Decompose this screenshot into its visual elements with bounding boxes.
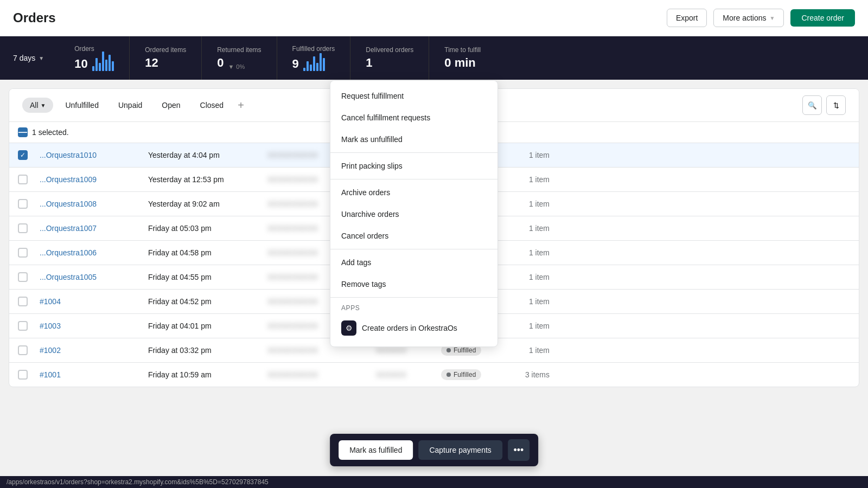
dropdown-item-add-tags[interactable]: Add tags <box>330 252 497 273</box>
order-customer-9: XXXXXXXXXX <box>267 346 376 355</box>
filter-tab-unfulfilled[interactable]: Unfulfilled <box>58 98 106 113</box>
sort-button[interactable]: ⇅ <box>826 95 846 115</box>
stat-fulfilled: Fulfilled orders 9 <box>277 36 351 80</box>
dropdown-item-unarchive[interactable]: Unarchive orders <box>330 203 497 225</box>
order-date-10: Friday at 10:59 am <box>148 370 267 379</box>
more-actions-button[interactable]: More actions ▼ <box>713 9 784 27</box>
filter-tab-unpaid[interactable]: Unpaid <box>111 98 150 113</box>
order-items-4: 1 item <box>506 224 550 233</box>
chevron-down-icon: ▼ <box>770 15 775 21</box>
stat-delivered-label: Delivered orders <box>366 46 413 54</box>
order-channel-9: XXXXXX <box>376 346 441 355</box>
stat-returned: Returned items 0 ▼ 0% <box>202 36 277 80</box>
more-actions-label: More actions <box>723 14 766 22</box>
order-name-6[interactable]: ...Orquestra1005 <box>40 273 148 281</box>
stat-ordered-value: 12 <box>145 56 186 70</box>
header-actions: Export More actions ▼ Create order <box>667 9 855 27</box>
dropdown-divider-1 <box>330 152 497 153</box>
row-checkbox-5[interactable] <box>18 248 28 258</box>
dropdown-item-cancel-fulfillment[interactable]: Cancel fulfillment requests <box>330 107 497 129</box>
stat-ordered-items: Ordered items 12 <box>130 36 202 80</box>
stat-orders-label: Orders <box>74 45 114 53</box>
time-filter-label: 7 days <box>13 54 35 62</box>
stat-fulfilled-label: Fulfilled orders <box>292 45 335 53</box>
order-items-1: 1 item <box>506 151 550 159</box>
row-checkbox-8[interactable] <box>18 321 28 331</box>
row-checkbox-2[interactable] <box>18 175 28 184</box>
export-button[interactable]: Export <box>667 9 707 27</box>
stat-ttf-value: 0 min <box>444 56 484 70</box>
row-checkbox-6[interactable] <box>18 272 28 282</box>
stats-bar: 7 days ▼ Orders 10 Ordered items 12 Retu… <box>0 36 868 80</box>
stat-ordered-label: Ordered items <box>145 46 186 54</box>
order-name-1[interactable]: ...Orquestra1010 <box>40 151 148 159</box>
page-header: Orders Export More actions ▼ Create orde… <box>0 0 868 36</box>
order-items-8: 1 item <box>506 322 550 330</box>
dropdown-item-request-fulfillment[interactable]: Request fulfillment <box>330 85 497 107</box>
search-filter-button[interactable]: 🔍 <box>802 95 822 115</box>
order-items-3: 1 item <box>506 200 550 208</box>
order-name-10[interactable]: #1001 <box>40 370 148 379</box>
order-date-1: Yesterday at 4:04 pm <box>148 151 267 159</box>
dropdown-divider-4 <box>330 297 497 298</box>
order-items-6: 1 item <box>506 273 550 281</box>
dropdown-item-remove-tags[interactable]: Remove tags <box>330 273 497 295</box>
order-date-9: Friday at 03:32 pm <box>148 346 267 355</box>
app-icon: ⚙ <box>341 320 356 336</box>
dropdown-apps-section-label: Apps <box>330 300 497 314</box>
sort-icon: ⇅ <box>833 101 839 110</box>
dropdown-item-mark-unfulfilled[interactable]: Mark as unfulfilled <box>330 129 497 150</box>
select-all-checkbox[interactable]: — <box>18 127 28 137</box>
row-checkbox-7[interactable] <box>18 297 28 306</box>
order-name-9[interactable]: #1002 <box>40 346 148 355</box>
order-date-8: Friday at 04:01 pm <box>148 322 267 330</box>
stat-delivered: Delivered orders 1 <box>350 36 429 80</box>
time-filter[interactable]: 7 days ▼ <box>13 54 59 62</box>
dropdown-item-create-orders-app[interactable]: ⚙ Create orders in OrkestraOs <box>330 314 497 342</box>
filter-tab-open[interactable]: Open <box>154 98 188 113</box>
fulfilled-chart <box>303 55 325 71</box>
row-checkbox-1[interactable]: ✓ <box>18 150 28 160</box>
order-customer-10: XXXXXXXXXX <box>267 370 376 379</box>
filter-tabs: All ▼ Unfulfilled Unpaid Open Closed + <box>22 98 246 113</box>
order-date-2: Yesterday at 12:53 pm <box>148 175 267 184</box>
stat-time-to-fulfill: Time to fulfill 0 min <box>429 36 500 80</box>
order-items-9: 1 item <box>506 346 550 355</box>
dropdown-divider-3 <box>330 249 497 249</box>
order-name-2[interactable]: ...Orquestra1009 <box>40 175 148 184</box>
dropdown-menu: Request fulfillment Cancel fulfillment r… <box>330 80 498 347</box>
order-name-5[interactable]: ...Orquestra1006 <box>40 248 148 257</box>
stat-returned-sub: ▼ 0% <box>228 63 245 70</box>
stat-returned-value: 0 <box>217 56 224 70</box>
order-items-7: 1 item <box>506 297 550 306</box>
filter-tab-closed[interactable]: Closed <box>193 98 232 113</box>
order-name-3[interactable]: ...Orquestra1008 <box>40 200 148 208</box>
orders-chart <box>92 55 114 71</box>
order-date-6: Friday at 04:55 pm <box>148 273 267 281</box>
order-name-8[interactable]: #1003 <box>40 322 148 330</box>
dropdown-divider-2 <box>330 179 497 179</box>
order-channel-10: XXXXXX <box>376 370 441 379</box>
order-items-5: 1 item <box>506 248 550 257</box>
add-filter-button[interactable]: + <box>235 99 246 112</box>
order-name-4[interactable]: ...Orquestra1007 <box>40 224 148 233</box>
order-items-2: 1 item <box>506 175 550 184</box>
stat-fulfilled-value: 9 <box>292 57 299 71</box>
dropdown-item-archive[interactable]: Archive orders <box>330 182 497 203</box>
order-date-4: Friday at 05:03 pm <box>148 224 267 233</box>
row-checkbox-9[interactable] <box>18 345 28 355</box>
filter-tab-all[interactable]: All ▼ <box>22 98 53 113</box>
order-name-7[interactable]: #1004 <box>40 297 148 306</box>
create-order-button[interactable]: Create order <box>790 9 855 27</box>
filter-actions: 🔍 ⇅ <box>802 95 846 115</box>
stat-orders-value: 10 <box>74 57 87 71</box>
row-checkbox-4[interactable] <box>18 223 28 233</box>
order-date-5: Friday at 04:58 pm <box>148 248 267 257</box>
page-title: Orders <box>13 10 56 25</box>
dropdown-item-print-packing[interactable]: Print packing slips <box>330 155 497 177</box>
time-filter-chevron: ▼ <box>39 55 44 61</box>
row-checkbox-3[interactable] <box>18 199 28 209</box>
dropdown-item-cancel-orders[interactable]: Cancel orders <box>330 225 497 247</box>
order-items-10: 3 items <box>506 370 550 379</box>
row-checkbox-10[interactable] <box>18 370 28 380</box>
